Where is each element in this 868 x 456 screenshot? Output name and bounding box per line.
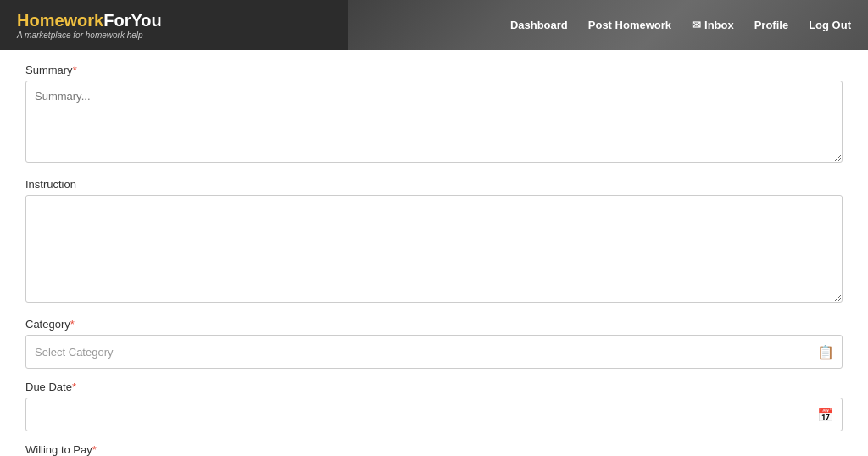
nav-inbox-label: Inbox [704,19,734,31]
instruction-textarea[interactable] [25,195,843,303]
due-date-group: Due Date* 📅 [25,381,843,431]
nav-post-homework[interactable]: Post Homework [588,19,671,31]
due-date-input[interactable] [25,398,843,431]
nav-inbox[interactable]: ✉ Inbox [692,19,734,31]
header: HomeworkForYou A marketplace for homewor… [0,0,868,50]
navigation: Dashboard Post Homework ✉ Inbox Profile … [510,19,851,31]
nav-logout[interactable]: Log Out [809,19,851,31]
summary-textarea[interactable] [25,81,843,163]
summary-group: Summary* [25,64,843,166]
due-date-label: Due Date* [25,381,843,393]
logo-text: HomeworkForYou [17,11,162,31]
category-select[interactable]: Select Category Mathematics Science Engl… [25,335,843,369]
logo-subtitle: A marketplace for homework help [17,31,162,40]
willing-to-pay-label: Willing to Pay* [25,443,843,456]
due-date-wrapper: 📅 [25,398,843,431]
form-content: Summary* Instruction Category* Select Ca… [0,50,868,456]
logo-homework: Homework [17,11,103,30]
logo: HomeworkForYou A marketplace for homewor… [17,11,162,40]
logo-foryou: ForYou [103,11,162,30]
instruction-group: Instruction [25,178,843,306]
summary-label: Summary* [25,64,843,76]
nav-dashboard[interactable]: Dashboard [510,19,568,31]
category-group: Category* Select Category Mathematics Sc… [25,318,843,369]
willing-to-pay-group: Willing to Pay* 💲 [25,443,843,456]
instruction-label: Instruction [25,178,843,191]
inbox-icon: ✉ [692,19,701,31]
nav-profile[interactable]: Profile [754,19,788,31]
category-select-wrapper: Select Category Mathematics Science Engl… [25,335,843,369]
category-label: Category* [25,318,843,331]
